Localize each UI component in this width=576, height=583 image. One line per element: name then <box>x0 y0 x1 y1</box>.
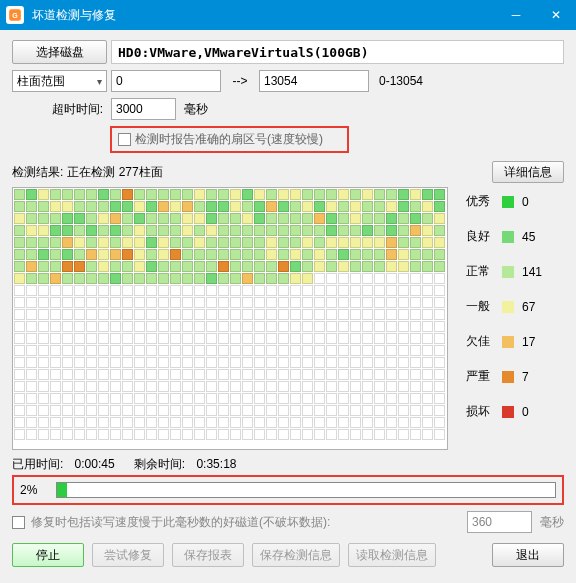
grid-cell <box>170 285 181 296</box>
grid-cell <box>254 381 265 392</box>
grid-cell <box>278 189 289 200</box>
grid-cell <box>86 237 97 248</box>
grid-cell <box>170 249 181 260</box>
grid-cell <box>290 285 301 296</box>
grid-cell <box>158 201 169 212</box>
grid-cell <box>326 261 337 272</box>
grid-cell <box>386 321 397 332</box>
grid-cell <box>326 429 337 440</box>
grid-cell <box>26 261 37 272</box>
grid-cell <box>266 309 277 320</box>
grid-cell <box>134 321 145 332</box>
grid-cell <box>338 225 349 236</box>
grid-cell <box>242 333 253 344</box>
grid-cell <box>14 369 25 380</box>
grid-cell <box>398 345 409 356</box>
grid-cell <box>254 225 265 236</box>
grid-cell <box>386 357 397 368</box>
grid-cell <box>14 249 25 260</box>
content-area: 选择磁盘 HD0:VMware,VMwareVirtualS(100GB) 柱面… <box>0 30 576 577</box>
grid-cell <box>26 237 37 248</box>
grid-cell <box>230 357 241 368</box>
repair-ms-input[interactable]: 360 <box>467 511 532 533</box>
range-from-input[interactable]: 0 <box>111 70 221 92</box>
grid-cell <box>254 213 265 224</box>
grid-cell <box>134 201 145 212</box>
grid-cell <box>386 393 397 404</box>
range-to-input[interactable]: 13054 <box>259 70 369 92</box>
grid-cell <box>26 429 37 440</box>
details-button[interactable]: 详细信息 <box>492 161 564 183</box>
timeout-input[interactable]: 3000 <box>111 98 176 120</box>
grid-cell <box>254 333 265 344</box>
grid-cell <box>74 417 85 428</box>
grid-cell <box>182 201 193 212</box>
grid-cell <box>362 333 373 344</box>
grid-cell <box>374 369 385 380</box>
grid-cell <box>182 333 193 344</box>
close-button[interactable]: ✕ <box>536 0 576 30</box>
grid-cell <box>14 381 25 392</box>
accurate-sector-option[interactable]: 检测时报告准确的扇区号(速度较慢) <box>110 126 349 153</box>
stop-button[interactable]: 停止 <box>12 543 84 567</box>
grid-cell <box>50 201 61 212</box>
grid-cell <box>170 429 181 440</box>
grid-cell <box>338 201 349 212</box>
grid-cell <box>26 357 37 368</box>
grid-cell <box>170 321 181 332</box>
grid-cell <box>362 225 373 236</box>
grid-cell <box>266 417 277 428</box>
repair-checkbox-icon[interactable] <box>12 516 25 529</box>
grid-cell <box>350 273 361 284</box>
grid-cell <box>230 381 241 392</box>
grid-cell <box>230 405 241 416</box>
grid-cell <box>74 345 85 356</box>
grid-cell <box>386 369 397 380</box>
grid-cell <box>38 225 49 236</box>
grid-cell <box>14 273 25 284</box>
grid-cell <box>242 201 253 212</box>
grid-cell <box>314 285 325 296</box>
grid-cell <box>182 213 193 224</box>
grid-cell <box>290 273 301 284</box>
grid-cell <box>122 309 133 320</box>
svg-text:G: G <box>12 12 18 19</box>
minimize-button[interactable]: ─ <box>496 0 536 30</box>
grid-cell <box>50 249 61 260</box>
grid-cell <box>230 237 241 248</box>
grid-cell <box>302 345 313 356</box>
grid-cell <box>362 321 373 332</box>
grid-cell <box>398 297 409 308</box>
grid-cell <box>218 297 229 308</box>
grid-cell <box>158 357 169 368</box>
grid-cell <box>14 261 25 272</box>
grid-cell <box>50 381 61 392</box>
grid-cell <box>158 321 169 332</box>
grid-cell <box>182 417 193 428</box>
grid-cell <box>194 309 205 320</box>
grid-cell <box>194 429 205 440</box>
grid-cell <box>134 345 145 356</box>
grid-cell <box>314 309 325 320</box>
select-disk-button[interactable]: 选择磁盘 <box>12 40 107 64</box>
grid-cell <box>194 201 205 212</box>
exit-button[interactable]: 退出 <box>492 543 564 567</box>
grid-cell <box>374 393 385 404</box>
grid-cell <box>26 297 37 308</box>
grid-cell <box>170 273 181 284</box>
range-type-select[interactable]: 柱面范围 <box>12 70 107 92</box>
grid-cell <box>302 189 313 200</box>
grid-cell <box>314 201 325 212</box>
grid-cell <box>434 249 445 260</box>
grid-cell <box>314 249 325 260</box>
grid-cell <box>110 189 121 200</box>
grid-cell <box>38 369 49 380</box>
grid-cell <box>326 297 337 308</box>
grid-cell <box>290 225 301 236</box>
grid-cell <box>350 249 361 260</box>
grid-cell <box>14 357 25 368</box>
grid-cell <box>206 369 217 380</box>
grid-cell <box>314 261 325 272</box>
grid-cell <box>38 237 49 248</box>
grid-cell <box>170 225 181 236</box>
